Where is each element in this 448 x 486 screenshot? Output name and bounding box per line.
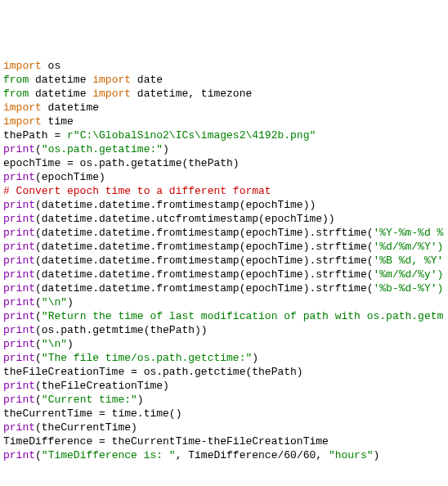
code-line-34: print(theCurrentTime) [3,421,445,434]
code-line-16: print(datetime.datetime.fromtimestamp(ep… [3,240,445,254]
code-line-15: print(datetime.datetime.fromtimestamp(ep… [3,226,445,240]
code-line-24: print(os.path.getmtime(thePath)) [3,323,445,337]
code-line-5: import time [3,115,445,128]
code-line-4: import datetime [3,101,445,115]
code-line-12: # Convert epoch time to a different form… [3,184,445,198]
code-line-19: print(datetime.datetime.fromtimestamp(ep… [3,281,445,295]
code-block: import osfrom datetime import datefrom d… [3,59,445,462]
code-line-10: epochTime = os.path.getatime(thePath) [3,156,445,170]
code-line-33: theCurrentTime = time.time() [3,407,445,421]
code-line-36: TimeDifference = theCurrentTime-theFileC… [3,434,445,448]
code-line-9: print("os.path.getatime:") [3,142,445,156]
code-line-13: print(datetime.datetime.fromtimestamp(ep… [3,198,445,212]
code-line-17: print(datetime.datetime.fromtimestamp(ep… [3,254,445,268]
code-line-7: thePath = r"C:\GlobalSino2\ICs\images2\4… [3,128,445,142]
code-line-37: print("TimeDifference is: ", TimeDiffere… [3,448,445,462]
code-line-3: from datetime import datetime, timezone [3,87,445,101]
code-line-28: print("The file time/os.path.getctime:") [3,351,445,365]
code-line-26: print("\n") [3,337,445,351]
code-line-14: print(datetime.datetime.utcfromtimestamp… [3,212,445,226]
code-line-23: print("Return the time of last modificat… [3,309,445,323]
code-line-29: theFileCreationTime = os.path.getctime(t… [3,365,445,379]
code-line-18: print(datetime.datetime.fromtimestamp(ep… [3,268,445,281]
code-line-11: print(epochTime) [3,170,445,184]
code-line-30: print(theFileCreationTime) [3,379,445,393]
code-line-2: from datetime import date [3,73,445,87]
code-line-32: print("Current time:") [3,393,445,407]
code-line-1: import os [3,59,445,73]
code-line-21: print("\n") [3,295,445,309]
